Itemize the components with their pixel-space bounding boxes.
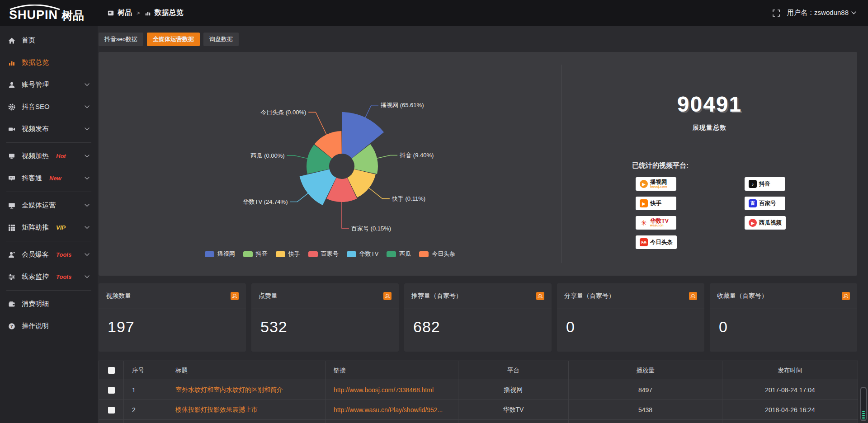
cell-title[interactable]: 室外水纹灯和室内水纹灯的区别和简介 bbox=[167, 380, 326, 400]
pie-label-3: 百家号 (0.15%) bbox=[351, 225, 391, 232]
cell-link[interactable]: http://www.wasu.cn/Play/show/id/952... bbox=[326, 400, 458, 420]
breadcrumb: 树品 > 数据总览 bbox=[108, 8, 184, 18]
stat-card-1: 点赞量总532 bbox=[251, 283, 399, 352]
platform-column-0: ▶播视网boosj.com▶快手✳华数TVwasu.cn头条今日头条 bbox=[636, 177, 677, 249]
legend-item-5[interactable]: 西瓜 bbox=[387, 250, 411, 258]
sliders-icon bbox=[8, 273, 16, 281]
cell-link[interactable]: http://www.boosj.com/7338468.html bbox=[326, 380, 458, 400]
sidebar-divider bbox=[6, 241, 91, 241]
stat-card-2: 推荐量（百家号）总682 bbox=[404, 283, 552, 352]
video-table-section: 序号标题链接平台播放量发布时间1室外水纹灯和室内水纹灯的区别和简介http://… bbox=[99, 361, 857, 423]
app-window-icon bbox=[108, 10, 114, 16]
sidebar-divider bbox=[6, 142, 91, 143]
total-badge: 总 bbox=[536, 292, 544, 300]
grid-icon bbox=[8, 224, 16, 231]
chart-panel: 播视网 (65.61%)抖音 (9.40%)快手 (0.11%)百家号 (0.1… bbox=[99, 52, 857, 276]
sidebar-item-label: 全媒体运营 bbox=[22, 201, 56, 210]
sidebar-item-label: 抖客通 bbox=[22, 174, 42, 183]
fullscreen-icon[interactable] bbox=[773, 9, 780, 17]
table-header-5: 发布时间 bbox=[722, 361, 858, 380]
legend-item-4[interactable]: 华数TV bbox=[347, 250, 379, 258]
row-checkbox[interactable] bbox=[108, 387, 115, 394]
sidebar-item-lead-monitor[interactable]: 线索监控Tools bbox=[0, 266, 98, 288]
sidebar-item-video-publish[interactable]: 视频发布 bbox=[0, 118, 98, 140]
legend-item-2[interactable]: 快手 bbox=[276, 250, 300, 258]
stat-card-value: 0 bbox=[557, 309, 704, 336]
tab-douyin-seo-data[interactable]: 抖音seo数据 bbox=[99, 33, 143, 46]
monitor-icon bbox=[8, 202, 16, 209]
scrollbar-widget[interactable] bbox=[860, 387, 867, 421]
total-impressions-value: 90491 bbox=[562, 92, 857, 117]
row-checkbox[interactable] bbox=[108, 407, 115, 414]
pie-label-1: 抖音 (9.40%) bbox=[399, 152, 434, 159]
platform-name: 今日头条 bbox=[650, 240, 673, 245]
pie-label-4: 华数TV (24.74%) bbox=[243, 198, 288, 205]
summary-section: 90491 展现量总数 已统计的视频平台: ▶播视网boosj.com▶快手✳华… bbox=[562, 52, 857, 276]
stat-cards-row: 视频数量总197点赞量总532推荐量（百家号）总682分享量（百家号）总0收藏量… bbox=[99, 283, 857, 352]
stat-card-4: 收藏量（百家号）总0 bbox=[710, 283, 857, 352]
legend-item-1[interactable]: 抖音 bbox=[243, 250, 268, 258]
sidebar-item-data-overview[interactable]: 数据总览 bbox=[0, 52, 98, 74]
sidebar-item-video-heat[interactable]: 视频加热Hot bbox=[0, 145, 98, 167]
wasu-logo: ✳ bbox=[640, 219, 648, 227]
breadcrumb-root[interactable]: 树品 bbox=[118, 8, 132, 18]
platform-name: 快手 bbox=[650, 201, 661, 206]
table-row-partial bbox=[99, 420, 858, 423]
legend-item-6[interactable]: 今日头条 bbox=[419, 250, 455, 258]
sidebar-item-expense-detail[interactable]: 消费明细 bbox=[0, 293, 98, 315]
sidebar-item-account-manage[interactable]: 账号管理 bbox=[0, 74, 98, 96]
sidebar-item-douketong[interactable]: 抖客通New bbox=[0, 167, 98, 189]
chevron-down-icon bbox=[85, 275, 90, 278]
legend-swatch bbox=[205, 251, 214, 257]
sidebar-item-media-ops[interactable]: 全媒体运营 bbox=[0, 194, 98, 216]
xigua-logo: ▶ bbox=[749, 219, 757, 227]
sidebar-item-member-burst[interactable]: 会员爆客Tools bbox=[0, 244, 98, 266]
sidebar-item-matrix-boost[interactable]: 矩阵助推VIP bbox=[0, 216, 98, 239]
legend-item-3[interactable]: 百家号 bbox=[308, 250, 339, 258]
platform-sub: wasu.cn bbox=[650, 224, 669, 227]
chevron-down-icon bbox=[85, 83, 90, 86]
logo-arc-icon bbox=[8, 5, 61, 10]
table-header-2: 链接 bbox=[326, 361, 458, 380]
topbar: SHUPIN 树品 树品 > 数据总览 用户名：zswodun88 bbox=[0, 0, 868, 26]
sidebar-item-help[interactable]: ?操作说明 bbox=[0, 315, 98, 337]
table-header-4: 播放量 bbox=[569, 361, 722, 380]
breadcrumb-current[interactable]: 数据总览 bbox=[155, 8, 184, 18]
user-menu[interactable]: 用户名：zswodun88 bbox=[787, 9, 856, 17]
legend-swatch bbox=[243, 251, 253, 257]
tab-media-ops-data[interactable]: 全媒体运营数据 bbox=[147, 33, 200, 46]
platform-badge-wasu: ✳华数TVwasu.cn bbox=[636, 216, 676, 230]
cell-views: 5438 bbox=[569, 400, 722, 420]
user-icon bbox=[8, 81, 16, 89]
legend-label: 播视网 bbox=[217, 250, 235, 258]
pie-label-line-4 bbox=[290, 193, 308, 202]
home-icon bbox=[8, 37, 16, 44]
legend-label: 百家号 bbox=[321, 250, 339, 258]
cell-no: 2 bbox=[124, 400, 167, 420]
cell-platform: 华数TV bbox=[458, 400, 569, 420]
sidebar-item-home[interactable]: 首页 bbox=[0, 29, 98, 52]
stat-card-0: 视频数量总197 bbox=[99, 283, 246, 352]
tab-inquiry-data[interactable]: 询盘数据 bbox=[203, 33, 239, 46]
chevron-down-icon bbox=[85, 204, 90, 207]
sidebar-divider bbox=[6, 192, 91, 192]
sidebar-item-label: 矩阵助推 bbox=[22, 223, 49, 232]
chat-icon bbox=[8, 174, 16, 182]
sidebar-item-label: 视频加热 bbox=[22, 152, 49, 160]
app-logo: SHUPIN 树品 bbox=[0, 5, 98, 21]
video-table: 序号标题链接平台播放量发布时间1室外水纹灯和室内水纹灯的区别和简介http://… bbox=[99, 361, 858, 423]
sidebar-item-label: 账号管理 bbox=[22, 80, 49, 89]
platforms-title: 已统计的视频平台: bbox=[632, 161, 857, 170]
platform-sub: boosj.com bbox=[650, 185, 667, 188]
cell-title[interactable]: 楼体投影灯投影效果震撼上市 bbox=[167, 400, 326, 420]
legend-item-0[interactable]: 播视网 bbox=[205, 250, 235, 258]
svg-text:?: ? bbox=[10, 324, 13, 329]
breadcrumb-separator: > bbox=[136, 9, 141, 16]
platform-badge-douyin: ♪抖音 bbox=[745, 177, 785, 191]
pie-label-6: 今日头条 (0.00%) bbox=[260, 109, 306, 116]
pie-label-2: 快手 (0.11%) bbox=[392, 195, 425, 202]
sidebar-divider bbox=[6, 290, 91, 291]
sidebar-item-douyin-seo[interactable]: 抖音SEO bbox=[0, 96, 98, 118]
legend-label: 西瓜 bbox=[399, 250, 411, 258]
select-all-checkbox[interactable] bbox=[108, 367, 115, 374]
